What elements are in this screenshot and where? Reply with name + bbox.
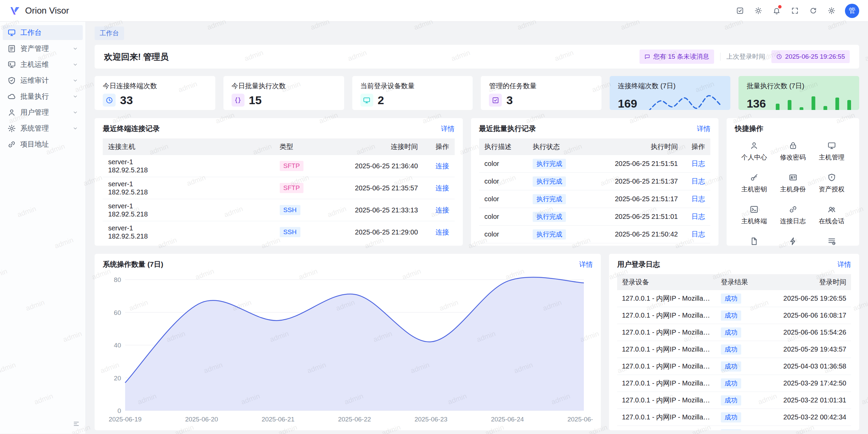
gear-icon xyxy=(7,124,16,133)
svg-text:60: 60 xyxy=(114,309,121,316)
connect-link[interactable]: 连接 xyxy=(436,206,449,214)
table-row: color 执行完成 2025-06-25 21:51:51 日志 xyxy=(479,155,711,173)
quick-op-item[interactable]: 资产授权 xyxy=(812,173,851,194)
col-header: 操作 xyxy=(683,138,710,155)
col-header: 登录时间 xyxy=(767,274,851,290)
quick-op-label: 在线会话 xyxy=(819,217,845,226)
quick-op-label: 主机密钥 xyxy=(741,185,767,194)
status-tag: 执行完成 xyxy=(533,194,566,204)
sidebar-item[interactable]: 资产管理 xyxy=(3,41,83,56)
last-login-label: 上次登录时间 xyxy=(727,52,765,61)
braces-icon xyxy=(232,94,244,107)
quick-op-item[interactable]: 在线会话 xyxy=(812,205,851,226)
card-title: 快捷操作 xyxy=(735,124,763,133)
terminal-icon xyxy=(750,205,758,214)
welcome-meta: 您有 15 条未读消息 上次登录时间 2025-06-25 19:26:55 xyxy=(639,50,850,64)
exec-desc: color xyxy=(479,155,528,173)
quick-op-item[interactable]: 个人中心 xyxy=(735,141,773,162)
col-header: 连接主机 xyxy=(103,138,274,155)
result-tag: 成功 xyxy=(721,310,741,321)
dashboard-icon xyxy=(7,29,16,37)
login-time: 2025-03-22 00:42:34 xyxy=(767,409,851,426)
sidebar-collapse-button[interactable] xyxy=(71,419,81,429)
key-icon xyxy=(750,173,758,182)
login-time: 2025-03-29 17:42:50 xyxy=(767,375,851,392)
quick-op-item[interactable]: 连接日志 xyxy=(773,205,812,226)
connect-link[interactable]: 连接 xyxy=(436,228,449,236)
table-row: server-1 182.92.5.218 SSH 2025-06-25 21:… xyxy=(103,199,455,221)
host-name: server-1 xyxy=(108,180,269,188)
chevron-down-icon xyxy=(73,46,78,51)
svg-text:20: 20 xyxy=(114,375,121,382)
check-square-button[interactable] xyxy=(732,3,747,18)
login-table: 登录设备 登录结果 登录时间 127.0.0.1 - 内网IP - Mozill… xyxy=(617,274,851,430)
welcome-title: 欢迎回来! 管理员 xyxy=(104,51,169,62)
fullscreen-icon xyxy=(791,7,799,15)
exec-desc: color xyxy=(479,208,528,226)
quick-op-item[interactable]: 主机密钥 xyxy=(735,173,773,194)
type-tag: SSH xyxy=(280,205,300,215)
exec-time: 2025-06-25 21:51:37 xyxy=(585,173,683,190)
chevron-down-icon xyxy=(73,94,78,99)
notifications-button[interactable] xyxy=(769,3,784,18)
login-detail-link[interactable]: 详情 xyxy=(837,260,851,269)
theme-toggle-button[interactable] xyxy=(751,3,766,18)
table-row: color 执行完成 2025-06-25 21:51:17 日志 xyxy=(479,190,711,208)
sidebar-item[interactable]: 系统管理 xyxy=(3,121,83,136)
quick-op-item[interactable]: 文件操作日志 xyxy=(735,237,773,246)
stat-card: 管理的任务数量 3 xyxy=(481,76,601,110)
sidebar-item[interactable]: 批量执行 xyxy=(3,89,83,104)
quick-op-item[interactable]: 命令执行 xyxy=(773,237,812,246)
batch-detail-link[interactable]: 详情 xyxy=(697,124,710,133)
connect-link[interactable]: 连接 xyxy=(436,162,449,170)
check-square-icon xyxy=(736,7,744,15)
fullscreen-button[interactable] xyxy=(787,3,802,18)
log-link[interactable]: 日志 xyxy=(691,160,705,167)
message-icon xyxy=(644,54,650,60)
quick-op-item[interactable]: 主机终端 xyxy=(735,205,773,226)
table-row: 127.0.0.1 - 内网IP - Mozilla/5.0 (Windows … xyxy=(617,290,851,307)
user-avatar[interactable]: 管 xyxy=(845,4,859,18)
sidebar-item-label: 工作台 xyxy=(20,28,42,37)
stat-value: 33 xyxy=(120,94,133,106)
quick-op-item[interactable]: 主机身份 xyxy=(773,173,812,194)
quick-op-item[interactable]: 修改密码 xyxy=(773,141,812,162)
sidebar-item[interactable]: 运维审计 xyxy=(3,73,83,88)
stat-card-exec-7d: 批量执行次数 (7日) 136 xyxy=(738,76,859,110)
quick-ops-card: 快捷操作 个人中心 修改密码 xyxy=(727,118,859,246)
quick-op-item[interactable]: 执行日志 xyxy=(812,237,851,246)
connect-time: 2025-06-25 21:35:57 xyxy=(322,177,423,199)
breadcrumb-workbench[interactable]: 工作台 xyxy=(95,26,124,40)
quick-op-label: 个人中心 xyxy=(741,153,767,162)
sidebar-item[interactable]: 项目地址 xyxy=(3,137,83,152)
stat-card: 今日批量执行次数 15 xyxy=(223,76,344,110)
stat-value: 169 xyxy=(618,98,637,109)
refresh-button[interactable] xyxy=(806,3,821,18)
log-link[interactable]: 日志 xyxy=(691,177,705,185)
type-tag: SFTP xyxy=(280,183,304,193)
log-link[interactable]: 日志 xyxy=(691,213,705,220)
sidebar-item[interactable]: 工作台 xyxy=(3,25,83,40)
sidebar-item[interactable]: 主机运维 xyxy=(3,57,83,72)
exec-time: 2025-06-25 21:51:51 xyxy=(585,155,683,173)
log-link[interactable]: 日志 xyxy=(691,230,705,238)
gear-icon xyxy=(828,7,835,15)
clock-icon xyxy=(776,54,782,60)
sidebar-item[interactable]: 用户管理 xyxy=(3,105,83,120)
log-link[interactable]: 日志 xyxy=(691,195,705,203)
user-icon xyxy=(750,141,758,150)
table-row: 127.0.0.1 - 内网IP - Mozilla/5.0 (Windows … xyxy=(617,324,851,341)
svg-text:2025-06-24: 2025-06-24 xyxy=(491,416,524,423)
stat-card: 当前登录设备数量 2 xyxy=(352,76,473,110)
host-name: server-1 xyxy=(108,224,269,232)
exec-sparkbar-chart xyxy=(776,94,851,110)
connect-link[interactable]: 连接 xyxy=(436,184,449,192)
terminal-detail-link[interactable]: 详情 xyxy=(441,124,455,133)
quick-op-item[interactable]: 主机管理 xyxy=(812,141,851,162)
settings-button[interactable] xyxy=(824,3,839,18)
svg-text:0: 0 xyxy=(117,407,121,414)
ops-chart-detail-link[interactable]: 详情 xyxy=(579,260,593,269)
svg-text:2025-06-23: 2025-06-23 xyxy=(414,416,447,423)
unread-messages-badge[interactable]: 您有 15 条未读消息 xyxy=(639,50,714,64)
svg-text:2025-06-25: 2025-06-25 xyxy=(567,416,593,423)
